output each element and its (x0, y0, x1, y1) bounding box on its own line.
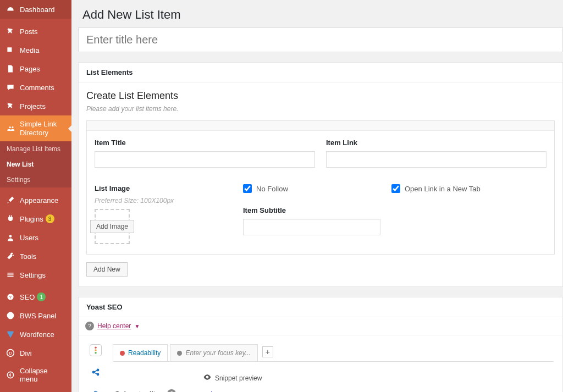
sidebar-item-simple-link-directory[interactable]: Simple Link Directory (0, 115, 71, 141)
page-title: Add New List Item (71, 0, 563, 27)
yoast-vertical-tabs (87, 344, 104, 392)
svg-point-8 (95, 352, 97, 354)
pin-icon (5, 101, 15, 111)
newtab-checkbox-row[interactable]: Open Link in a New Tab (391, 184, 547, 193)
sidebar-item-divi[interactable]: D Divi (0, 344, 71, 362)
snippet-preview-label: Snippet preview (203, 373, 551, 383)
nofollow-label: No Follow (256, 185, 288, 193)
item-subtitle-label: Item Subtitle (243, 206, 380, 214)
svg-point-2 (7, 312, 14, 319)
main-content: Add New List Item List Elements Create L… (71, 0, 563, 392)
sidebar-item-label: Settings (20, 271, 46, 279)
media-icon (5, 45, 15, 55)
post-title-input[interactable] (78, 27, 563, 52)
collapse-icon (5, 370, 15, 380)
sidebar-item-label: Dashboard (20, 5, 55, 14)
list-elements-header: List Elements (79, 63, 562, 82)
nofollow-checkbox-row[interactable]: No Follow (243, 184, 380, 193)
item-subtitle-input[interactable] (243, 219, 380, 235)
dashboard-icon (5, 4, 15, 14)
sidebar-item-wordfence[interactable]: Wordfence (0, 325, 71, 344)
list-element-item: Item Title Item Link List Image (86, 120, 555, 255)
snippet-title: - dna88 (203, 390, 551, 392)
sidebar-item-comments[interactable]: Comments (0, 78, 71, 97)
people-icon (5, 124, 15, 134)
item-link-label: Item Link (326, 139, 547, 147)
sidebar-item-label: Simple Link Directory (20, 120, 66, 137)
sidebar-item-collapse[interactable]: Collapse menu (0, 362, 71, 388)
create-heading: Create List Elements (86, 90, 555, 102)
status-dot-icon (120, 351, 125, 356)
sidebar-item-label: Wordfence (20, 330, 54, 339)
help-icon: ? (85, 322, 94, 330)
sidebar-item-appearance[interactable]: Appearance (0, 191, 71, 209)
sidebar-item-label: Pages (20, 65, 40, 73)
gear-icon[interactable] (90, 388, 102, 392)
element-drag-handle[interactable] (87, 121, 554, 131)
newtab-label: Open Link in a New Tab (405, 185, 481, 193)
sidebar-item-media[interactable]: Media (0, 41, 71, 59)
newtab-checkbox[interactable] (391, 184, 400, 193)
sidebar-sub-settings[interactable]: Settings (0, 172, 71, 187)
image-dropzone[interactable]: Add Image (95, 209, 130, 244)
snippet-editor-label: Snippet editor ? (115, 373, 181, 392)
add-new-button[interactable]: Add New (86, 262, 128, 277)
sidebar-item-projects[interactable]: Projects (0, 97, 71, 115)
svg-text:Y: Y (9, 295, 12, 300)
seo-badge: 1 (37, 292, 46, 301)
sidebar-item-plugins[interactable]: Plugins 3 (0, 209, 71, 228)
pin-icon (5, 26, 15, 36)
wrench-icon (5, 251, 15, 261)
sidebar-item-label: Collapse menu (20, 367, 66, 383)
add-image-button[interactable]: Add Image (90, 220, 134, 233)
nofollow-checkbox[interactable] (243, 184, 252, 193)
yoast-icon: Y (5, 292, 15, 302)
sidebar-item-label: Projects (20, 102, 46, 111)
sidebar-item-label: Media (20, 46, 39, 54)
plug-icon (5, 214, 15, 224)
svg-point-6 (95, 346, 97, 349)
sidebar-item-seo[interactable]: Y SEO 1 (0, 288, 71, 306)
svg-point-5 (7, 372, 13, 378)
tab-readability[interactable]: Readability (113, 344, 168, 361)
sidebar-item-posts[interactable]: Posts (0, 22, 71, 41)
sidebar-item-dashboard[interactable]: Dashboard (0, 0, 71, 19)
sidebar-item-label: Tools (20, 252, 36, 261)
sidebar-item-label: Users (20, 234, 38, 242)
svg-point-7 (95, 349, 97, 351)
image-hint: Preferred Size: 100X100px (95, 197, 232, 205)
tab-add-button[interactable]: + (262, 346, 273, 357)
sidebar-item-label: Posts (20, 27, 38, 36)
sidebar-item-label: Plugins (20, 215, 43, 223)
tab-focus-keyword[interactable]: Enter your focus key... (170, 344, 258, 361)
item-link-input[interactable] (326, 151, 547, 168)
sidebar-item-label: Comments (20, 84, 54, 92)
share-icon[interactable] (90, 366, 102, 378)
sidebar-item-tools[interactable]: Tools (0, 247, 71, 266)
snippet-preview[interactable]: - dna88 www.dna88.com/ Please provide a … (203, 390, 551, 392)
list-image-label: List Image (95, 184, 232, 192)
sidebar-item-users[interactable]: Users (0, 228, 71, 247)
sidebar-item-bws[interactable]: BWS Panel (0, 306, 71, 325)
sidebar-submenu: Manage List Items New List Settings (0, 141, 71, 187)
admin-sidebar: Dashboard Posts Media Pages Comments Pro… (0, 0, 71, 392)
eye-icon (203, 373, 212, 383)
list-elements-box: List Elements Create List Elements Pleas… (78, 62, 563, 287)
sliders-icon (5, 270, 15, 280)
sidebar-sub-new-list[interactable]: New List (0, 157, 71, 172)
help-icon[interactable]: ? (167, 389, 176, 392)
sidebar-item-label: BWS Panel (20, 312, 56, 320)
yoast-tabs: Readability Enter your focus key... + (113, 344, 554, 362)
pages-icon (5, 64, 15, 74)
sidebar-item-settings[interactable]: Settings (0, 266, 71, 284)
sidebar-item-label: Appearance (20, 196, 58, 205)
traffic-light-icon[interactable] (90, 344, 102, 356)
svg-text:D: D (9, 351, 12, 356)
sidebar-sub-manage-list[interactable]: Manage List Items (0, 141, 71, 157)
yoast-help-row: ? Help center ▼ (79, 317, 562, 335)
sidebar-item-label: Divi (20, 349, 32, 357)
sidebar-item-pages[interactable]: Pages (0, 59, 71, 78)
comments-icon (5, 82, 15, 92)
item-title-input[interactable] (95, 151, 315, 168)
help-center-link[interactable]: Help center (97, 322, 131, 330)
